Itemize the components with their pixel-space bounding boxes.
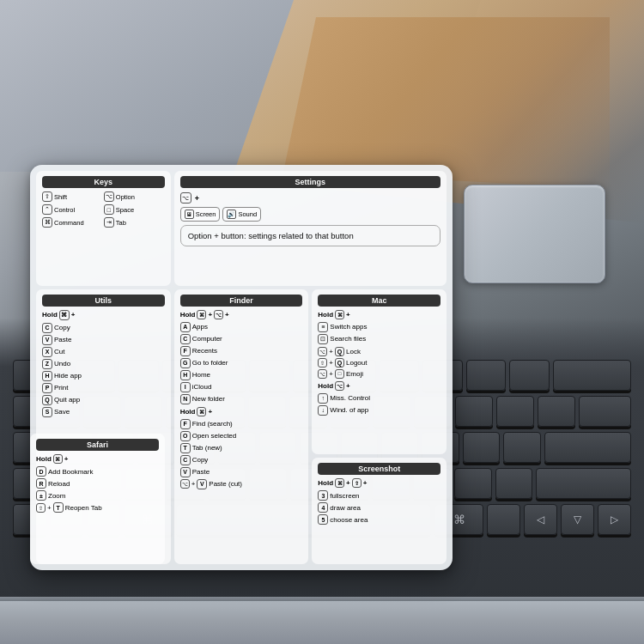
fingers (283, 17, 610, 189)
mac-emoji: ⌥ + □ Emoji (318, 369, 440, 379)
screenshot-header: Screenshot (318, 463, 440, 475)
finder-tab: TTab (new) (180, 443, 303, 453)
kb-backslash[interactable] (579, 396, 631, 427)
key-control: ⌃Control (42, 204, 103, 215)
mac-mission: ↑Miss. Control (318, 393, 440, 404)
screenshot-3: 3fullscreen (318, 490, 440, 501)
utils-q: QQuit app (42, 395, 165, 405)
keys-section: Keys ⇧Shift ⌥Option ⌃Control □Space ⌘Com… (36, 171, 171, 286)
mac-section: Mac Hold ⌘ + ≡Switch apps ⊡Search files … (312, 289, 447, 455)
settings-header: Settings (180, 176, 440, 188)
finder-g: GGo to folder (180, 358, 303, 368)
kb-semi[interactable] (463, 432, 500, 463)
finder-a: AApps (180, 322, 303, 332)
kb-rshift[interactable] (536, 468, 631, 499)
screenshot-section: Screenshot Hold ⌘ + ⇧ + 3fullscreen 4dra… (312, 458, 447, 564)
kb-return[interactable] (544, 432, 631, 463)
settings-icons: 🖥 Screen 🔊 Sound (180, 207, 440, 222)
mac-logout: ⇧ + Q Logout (318, 358, 440, 368)
kb-bracket-l[interactable] (496, 396, 534, 427)
utils-z: ZUndo (42, 359, 165, 369)
key-option: ⌥Option (104, 191, 165, 202)
settings-section: Settings ⌥ + 🖥 Screen 🔊 Sound Option + b… (174, 171, 447, 286)
kb-delete[interactable] (553, 360, 631, 391)
safari-header: Safari (36, 439, 159, 451)
safari-reload: RReload (36, 478, 159, 489)
trackpad[interactable] (464, 185, 605, 283)
key-space: □Space (104, 204, 165, 215)
finder-h: HHome (180, 370, 303, 380)
utils-c: CCopy (42, 323, 165, 333)
finder-find: FFind (search) (180, 419, 303, 429)
kb-period[interactable] (454, 468, 492, 499)
mac-header: Mac (318, 295, 440, 307)
utils-v: VPaste (42, 335, 165, 345)
kb-p[interactable] (455, 396, 493, 427)
finder-f: FRecents (180, 346, 303, 356)
finder-n: NNew folder (180, 394, 303, 404)
mac-switch: ≡Switch apps (318, 322, 440, 332)
utils-s: SSave (42, 407, 165, 417)
safari-reopen: ⇧ + T Reopen Tab (36, 502, 159, 513)
finder-c: CComputer (180, 334, 303, 344)
laptop-hinge (0, 597, 644, 601)
mac-lock: ⌥ + Q Lock (318, 347, 440, 356)
finder-paste-cut: ⌥ + V Paste (cut) (180, 479, 303, 489)
utils-h: HHide app (42, 371, 165, 381)
safari-zoom: ±Zoom (36, 490, 159, 501)
mac-search: ⊡Search files (318, 334, 440, 344)
key-tab: ⇥Tab (104, 217, 165, 228)
utils-x: XCut (42, 347, 165, 357)
key-shift: ⇧Shift (42, 191, 103, 202)
settings-description-box: Option + button: settings related to tha… (180, 225, 440, 246)
kb-key[interactable] (509, 360, 550, 391)
kb-bracket-r[interactable] (538, 396, 575, 427)
finder-i: IiCloud (180, 382, 303, 392)
safari-bookmark: DAdd Bookmark (36, 466, 159, 477)
safari-section: Safari Hold ⌘ + DAdd Bookmark RReload ±Z… (30, 434, 165, 564)
keys-header: Keys (42, 176, 165, 188)
finder-section: Finder Hold ⌘ + ⌥ + AApps CComputer FRec… (174, 289, 309, 564)
kb-opt-r[interactable] (487, 504, 520, 535)
finder-open: OOpen selected (180, 431, 303, 441)
kb-up-down[interactable]: ▽ (561, 504, 594, 535)
utils-p: PPrint (42, 383, 165, 393)
finder-paste: VPaste (180, 467, 303, 477)
kb-quote[interactable] (503, 432, 540, 463)
kb-slash[interactable] (495, 468, 533, 499)
finder-header: Finder (180, 295, 303, 307)
finder-copy: CCopy (180, 455, 303, 465)
kb-key[interactable] (466, 360, 507, 391)
utils-header: Utils (42, 295, 165, 307)
kb-right[interactable]: ▷ (598, 504, 631, 535)
screenshot-5: 5choose area (318, 514, 440, 525)
screenshot-4: 4draw area (318, 502, 440, 513)
key-command: ⌘Command (42, 217, 103, 228)
kb-left[interactable]: ◁ (524, 504, 557, 535)
laptop-bottom (0, 597, 644, 644)
mac-window: ↓Wind. of app (318, 405, 440, 416)
